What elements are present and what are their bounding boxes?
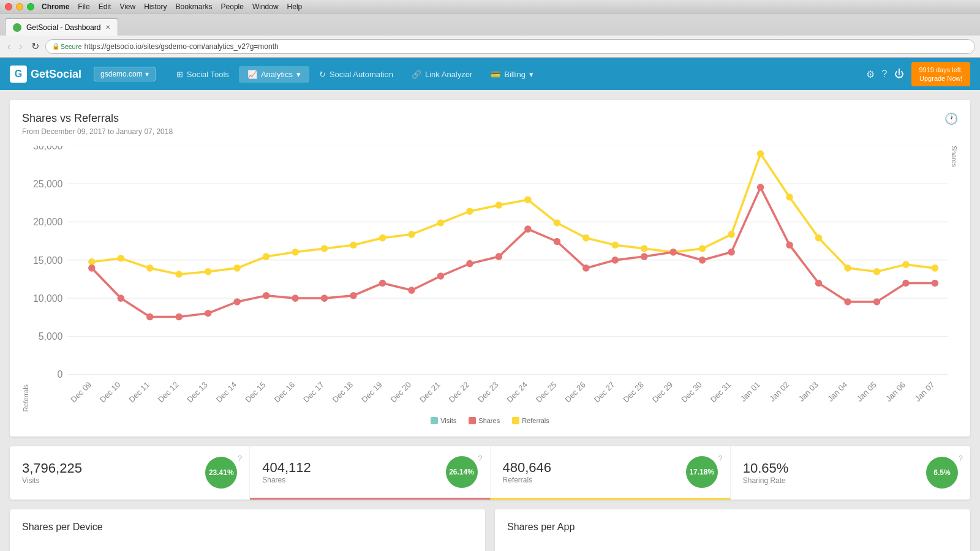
address-bar[interactable]: 🔒 Secure https://getsocio.io/sites/gsdem… [45,39,975,54]
svg-point-85 [205,310,212,317]
svg-text:Dec 15: Dec 15 [243,380,268,405]
link-icon: 🔗 [412,70,421,79]
traffic-lights [5,3,34,10]
app-nav: G GetSocial gsdemo.com ▾ ⊞ Social Tools … [0,58,980,90]
svg-text:Dec 18: Dec 18 [331,380,355,405]
svg-point-55 [205,268,212,276]
mac-menu-edit[interactable]: Edit [99,2,111,11]
mac-menu-help[interactable]: Help [287,2,303,11]
svg-point-87 [263,292,270,299]
svg-text:Jan 01: Jan 01 [739,380,762,403]
svg-point-81 [88,264,96,272]
stat-shares-circle: 26.14% [446,456,478,488]
address-text: https://getsocio.io/sites/gsdemo-com/ana… [85,42,279,51]
chart-inner: Referrals 30,000 25,000 20,000 15,000 [22,146,958,412]
close-button[interactable] [5,3,12,10]
shares-per-app-card: Shares per App CopyPaste: 92.95% [495,509,970,551]
help-icon-referrals[interactable]: ? [718,454,723,463]
nav-item-billing[interactable]: 💳 Billing ▾ [482,66,542,83]
nav-item-analytics[interactable]: 📈 Analytics ▾ [239,66,309,83]
svg-point-95 [496,253,503,260]
svg-text:10,000: 10,000 [33,293,63,304]
upgrade-button[interactable]: 9919 days left. Upgrade Now! [911,62,970,87]
svg-text:Dec 16: Dec 16 [273,380,297,405]
automation-icon: ↻ [319,70,326,79]
mac-menu-people[interactable]: People [221,2,244,11]
svg-text:Jan 07: Jan 07 [913,380,936,403]
svg-point-51 [88,258,96,266]
shares-per-device-card: Shares per Device [10,509,485,551]
svg-text:Dec 12: Dec 12 [156,380,181,405]
tab-close-button[interactable]: ✕ [105,24,110,31]
app-donut-chart [507,545,581,551]
mac-menu-file[interactable]: File [78,2,89,11]
forward-button[interactable]: › [17,40,24,53]
stat-visits: 3,796,225 Visits 23.41% ? [10,446,250,500]
svg-point-70 [641,245,648,252]
svg-point-80 [932,264,939,272]
svg-point-109 [902,280,910,287]
settings-icon[interactable]: ⚙ [866,69,875,80]
svg-point-67 [554,219,561,227]
svg-text:Dec 22: Dec 22 [447,380,471,405]
help-icon-visits[interactable]: ? [238,454,242,463]
secure-badge: 🔒 Secure [52,43,82,50]
svg-point-108 [873,298,881,305]
secure-label: Secure [61,43,82,50]
mac-menu-chrome[interactable]: Chrome [42,2,69,11]
nav-right: ⚙ ? ⏻ 9919 days left. Upgrade Now! [866,62,970,87]
svg-point-58 [292,249,299,256]
stat-referrals-left: 480,646 Referrals [503,460,552,484]
stat-shares-left: 404,112 Shares [262,460,311,484]
svg-text:Dec 29: Dec 29 [650,380,675,405]
power-icon[interactable]: ⏻ [894,69,904,80]
nav-item-social-tools[interactable]: ⊞ Social Tools [168,66,238,83]
nav-item-link-analyzer[interactable]: 🔗 Link Analyzer [403,66,481,83]
svg-text:20,000: 20,000 [33,217,63,227]
svg-point-68 [582,234,590,242]
svg-text:Jan 03: Jan 03 [797,380,820,403]
svg-point-82 [118,294,125,302]
legend-dot-referrals [512,417,519,424]
minimize-button[interactable] [16,3,23,10]
svg-point-54 [175,271,183,278]
svg-point-98 [582,264,590,272]
svg-text:Dec 10: Dec 10 [98,380,123,405]
browser-tab[interactable]: GetSocial - Dashboard ✕ [5,18,118,36]
svg-point-79 [902,261,910,268]
clock-icon[interactable]: 🕐 [944,112,958,126]
mac-menu-view[interactable]: View [119,2,135,11]
reload-button[interactable]: ↻ [29,39,42,53]
legend-shares: Shares [469,417,500,424]
help-icon-sharing-rate[interactable]: ? [959,454,963,463]
svg-text:Dec 09: Dec 09 [69,380,93,405]
mac-menu-history[interactable]: History [144,2,167,11]
svg-point-94 [466,260,473,268]
lock-icon: 🔒 [52,43,59,50]
help-icon[interactable]: ? [882,69,888,80]
tab-favicon [13,23,21,32]
nav-label-social-automation: Social Automation [330,70,393,79]
stat-shares-label: Shares [262,476,311,484]
svg-point-110 [932,280,939,287]
stat-referrals-value: 480,646 [503,460,552,476]
svg-point-99 [612,257,619,264]
mac-menu-bookmarks[interactable]: Bookmarks [176,2,213,11]
svg-point-90 [350,292,357,299]
svg-point-66 [524,197,532,204]
svg-text:Dec 23: Dec 23 [476,380,500,405]
mac-menu-window[interactable]: Window [252,2,279,11]
svg-point-84 [175,313,183,321]
back-button[interactable]: ‹ [5,40,13,53]
device-donut-chart [22,545,96,551]
stat-shares-value: 404,112 [262,460,311,476]
maximize-button[interactable] [27,3,34,10]
help-icon-shares[interactable]: ? [478,454,482,463]
nav-item-social-automation[interactable]: ↻ Social Automation [311,66,402,83]
svg-point-62 [408,231,415,238]
svg-point-72 [699,245,706,252]
site-selector[interactable]: gsdemo.com ▾ [94,67,156,81]
svg-point-83 [146,313,154,321]
legend-referrals: Referrals [512,417,549,424]
tab-title: GetSocial - Dashboard [26,23,100,32]
